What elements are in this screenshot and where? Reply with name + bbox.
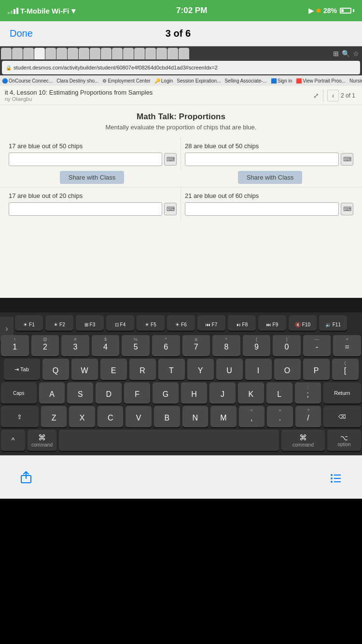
key-6[interactable]: ^6 [152, 335, 180, 356]
key-k[interactable]: K [238, 382, 264, 404]
key-r[interactable]: R [129, 359, 156, 380]
browser-tab[interactable] [134, 48, 145, 59]
bookmark-item[interactable]: 🔑Login [154, 78, 173, 84]
key-a[interactable]: A [39, 382, 65, 404]
key-q[interactable]: Q [42, 359, 69, 380]
key-b[interactable]: B [154, 406, 180, 427]
key-return[interactable]: Return [323, 382, 361, 404]
key-d[interactable]: D [96, 382, 122, 404]
key-f5[interactable]: ☀ F5 [137, 315, 165, 331]
share-with-class-btn-1[interactable]: Share with Class [60, 171, 125, 184]
done-button[interactable]: Done [10, 28, 33, 39]
key-plus[interactable]: += [333, 335, 361, 356]
browser-tab[interactable] [90, 48, 100, 59]
key-semicolon[interactable]: :; [295, 382, 321, 404]
key-period[interactable]: >. [267, 406, 293, 427]
keyboard-toggle-4[interactable]: ⌨ [341, 203, 353, 215]
key-5[interactable]: %5 [122, 335, 150, 356]
key-2[interactable]: @2 [31, 335, 59, 356]
browser-tab[interactable] [56, 48, 67, 59]
bookmark-item[interactable]: 🟥View Portrait Proo... [296, 78, 346, 84]
key-f11[interactable]: 🔉 F11 [319, 315, 347, 331]
bookmark-item[interactable]: Clara Destiny sho... [56, 78, 98, 84]
browser-tab[interactable] [68, 48, 78, 59]
key-option[interactable]: ⌥ option [327, 430, 361, 451]
browser-tab[interactable] [123, 48, 134, 59]
key-f7[interactable]: ⏮ F7 [197, 315, 225, 331]
key-1[interactable]: !1 [1, 335, 29, 356]
bookmark-item[interactable]: Selling Associate-... [224, 78, 266, 84]
key-f10[interactable]: 🔇 F10 [289, 315, 317, 331]
key-x[interactable]: X [69, 406, 95, 427]
browser-tab[interactable] [12, 48, 23, 59]
key-f9[interactable]: ⏭ F9 [258, 315, 286, 331]
key-o[interactable]: O [274, 359, 301, 380]
key-slash[interactable]: ?/ [295, 406, 321, 427]
key-comma[interactable]: <, [239, 406, 265, 427]
browser-tab[interactable] [156, 48, 167, 59]
key-y[interactable]: Y [187, 359, 214, 380]
answer-input-4[interactable] [185, 202, 339, 216]
browser-tab[interactable] [79, 48, 89, 59]
key-f2[interactable]: ☀ F2 [45, 315, 73, 331]
bookmark-item[interactable]: 🟦Sign in [271, 78, 292, 84]
key-f6[interactable]: ☀ F6 [167, 315, 195, 331]
answer-input-1[interactable] [9, 153, 162, 166]
star-icon[interactable]: ☆ [353, 50, 359, 57]
key-f1[interactable]: ☀ F1 [15, 315, 43, 331]
browser-tab[interactable] [45, 48, 56, 59]
key-j[interactable]: J [209, 382, 236, 404]
key-f[interactable]: F [124, 382, 150, 404]
key-v[interactable]: V [125, 406, 152, 427]
answer-input-2[interactable] [185, 153, 339, 166]
key-cmd-left[interactable]: ⌘ command [28, 430, 56, 451]
expand-icon[interactable]: ⤢ [313, 92, 319, 99]
bookmark-item[interactable]: Session Expiration... [177, 78, 221, 84]
share-button[interactable] [19, 471, 33, 484]
key-bracket[interactable]: {[ [332, 359, 359, 380]
key-ctrl[interactable]: ^ [1, 430, 25, 451]
browser-tab[interactable] [145, 48, 156, 59]
key-delete[interactable]: ⌫ [323, 406, 361, 427]
key-c[interactable]: C [97, 406, 124, 427]
browser-tab-active[interactable] [34, 48, 45, 59]
list-button[interactable] [329, 471, 343, 484]
key-caps[interactable]: Caps [1, 382, 37, 404]
keyboard-toggle-1[interactable]: ⌨ [164, 153, 177, 166]
key-m[interactable]: M [210, 406, 237, 427]
key-3[interactable]: #3 [61, 335, 89, 356]
share-with-class-btn-2[interactable]: Share with Class [238, 171, 303, 184]
key-u[interactable]: U [216, 359, 243, 380]
key-n[interactable]: N [182, 406, 209, 427]
key-cmd-right[interactable]: ⌘ command [281, 430, 325, 451]
key-s[interactable]: S [67, 382, 93, 404]
bookmark-item[interactable]: ⚙Employment Center [102, 78, 150, 84]
key-z[interactable]: Z [41, 406, 67, 427]
key-4[interactable]: $4 [92, 335, 120, 356]
key-g[interactable]: G [153, 382, 179, 404]
key-f3[interactable]: ⊞ F3 [76, 315, 104, 331]
bookmark-item[interactable]: 🔵OnCourse Connec... [2, 78, 53, 84]
keyboard-toggle-3[interactable]: ⌨ [164, 203, 177, 215]
browser-tab[interactable] [167, 48, 178, 59]
bookmark-item[interactable]: Nursing: Tradition... [349, 78, 362, 84]
search-icon[interactable]: 🔍 [342, 50, 350, 57]
key-shift-left[interactable]: ⇧ [1, 406, 39, 427]
key-0[interactable]: )0 [273, 335, 301, 356]
address-bar[interactable]: 🔒 student.desmos.com/activitybuilder/stu… [2, 61, 360, 74]
key-8[interactable]: *8 [212, 335, 240, 356]
browser-tab[interactable] [1, 48, 12, 59]
grid-icon[interactable]: ⊞ [333, 50, 339, 57]
key-h[interactable]: H [181, 382, 207, 404]
keyboard-toggle-2[interactable]: ⌨ [341, 153, 353, 166]
key-7[interactable]: &7 [182, 335, 210, 356]
browser-tab[interactable] [112, 48, 123, 59]
key-l[interactable]: L [266, 382, 292, 404]
key-9[interactable]: (9 [243, 335, 271, 356]
key-t[interactable]: T [158, 359, 185, 380]
key-w[interactable]: W [71, 359, 98, 380]
browser-tab[interactable] [179, 48, 189, 59]
key-f4[interactable]: ⊡ F4 [106, 315, 134, 331]
key-space[interactable] [59, 430, 279, 451]
key-i[interactable]: I [245, 359, 272, 380]
